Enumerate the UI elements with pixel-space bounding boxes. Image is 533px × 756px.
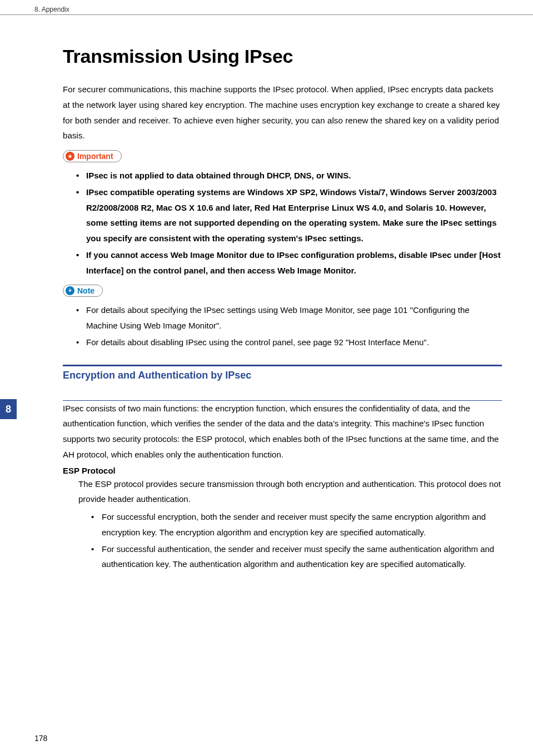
intro-paragraph: For securer communications, this machine… (63, 82, 502, 143)
esp-description: The ESP protocol provides secure transmi… (63, 476, 502, 508)
important-list: IPsec is not applied to data obtained th… (63, 168, 502, 278)
important-label-text: Important (77, 152, 113, 161)
page-title: Transmission Using IPsec (63, 46, 502, 67)
list-item: For details about disabling IPsec using … (63, 335, 502, 350)
header-rule (0, 14, 533, 15)
esp-list: For successful encryption, both the send… (63, 509, 502, 572)
section-body: IPsec consists of two main functions: th… (63, 401, 502, 462)
list-item: For successful encryption, both the send… (63, 509, 502, 540)
list-item: IPsec compatible operating systems are W… (63, 185, 502, 246)
arrow-down-icon (66, 286, 74, 295)
list-item: If you cannot access Web Image Monitor d… (63, 247, 502, 278)
page-content: Transmission Using IPsec For securer com… (63, 46, 502, 573)
chapter-tab: 8 (0, 399, 17, 419)
list-item: For details about specifying the IPsec s… (63, 302, 502, 334)
star-icon (66, 152, 74, 161)
section-heading: Encryption and Authentication by IPsec (63, 366, 502, 386)
important-callout-label: Important (63, 150, 122, 162)
note-label-text: Note (77, 286, 94, 295)
note-list: For details about specifying the IPsec s… (63, 302, 502, 350)
page-number: 178 (34, 734, 47, 743)
list-item: IPsec is not applied to data obtained th… (63, 168, 502, 183)
note-callout-label: Note (63, 285, 103, 297)
list-item: For successful authentication, the sende… (63, 541, 502, 573)
esp-heading: ESP Protocol (63, 466, 502, 475)
running-header: 8. Appendix (34, 6, 69, 13)
